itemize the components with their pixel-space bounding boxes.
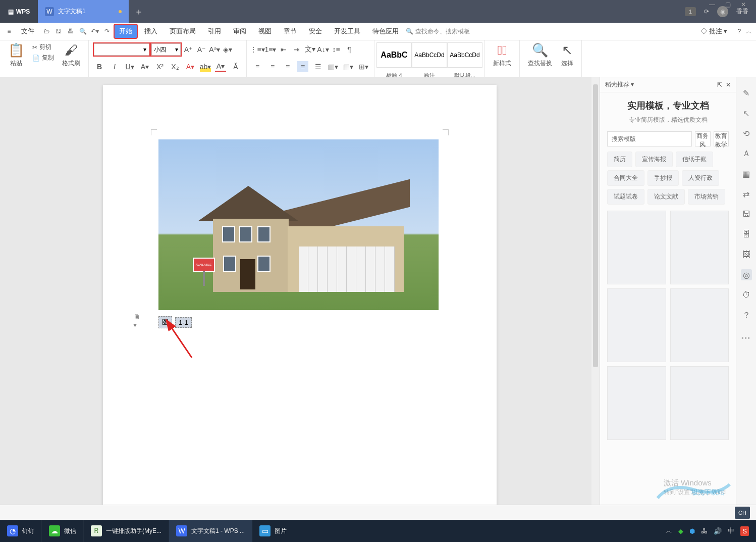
refresh-icon[interactable]: ⟲ — [741, 128, 752, 139]
select-button[interactable]: ↖选择 — [558, 42, 576, 68]
paste-button[interactable]: 📋 粘贴 — [5, 42, 27, 68]
increase-indent-icon[interactable]: ⇥ — [291, 44, 302, 55]
close-icon[interactable]: ✕ — [741, 1, 746, 12]
increase-font-icon[interactable]: A⁺ — [183, 44, 194, 55]
sort-icon[interactable]: A↓▾ — [317, 44, 329, 55]
decrease-indent-icon[interactable]: ⇤ — [278, 44, 289, 55]
tray-volume-icon[interactable]: 🔊 — [714, 527, 722, 535]
clear-format-icon[interactable]: ◈▾ — [222, 44, 233, 55]
close-panel-icon[interactable]: ✕ — [726, 81, 731, 88]
align-justify-icon[interactable]: ≡ — [297, 61, 308, 72]
print-preview-icon[interactable]: 🔍 — [78, 26, 88, 36]
grid-icon[interactable]: ▦ — [741, 168, 752, 179]
help-icon[interactable]: ？ — [741, 310, 752, 321]
image-icon[interactable]: 🖼 — [741, 249, 752, 260]
change-case-icon[interactable]: Aᵃ▾ — [209, 44, 220, 55]
scrollbar-thumb[interactable] — [593, 84, 598, 367]
template-search-input[interactable] — [607, 131, 692, 146]
tag-item[interactable]: 市场营销 — [688, 189, 725, 205]
filter-button-business[interactable]: 商务风 — [695, 131, 711, 146]
italic-icon[interactable]: I — [109, 61, 120, 72]
pencil-icon[interactable]: ✎ — [741, 87, 752, 98]
template-icon[interactable]: ◎ — [741, 269, 752, 280]
redo-icon[interactable]: ↷ — [102, 26, 112, 36]
new-tab-button[interactable]: ＋ — [129, 0, 149, 23]
style-item[interactable]: AaBbCcDd — [412, 42, 447, 68]
settings-icon[interactable]: ⇄ — [741, 188, 752, 200]
cut-button[interactable]: ✂剪切 — [30, 42, 56, 52]
tab-special[interactable]: 特色应用 — [367, 24, 404, 38]
tab-security[interactable]: 安全 — [304, 24, 327, 38]
tray-network-icon[interactable]: 🖧 — [701, 527, 708, 535]
taskbar-item-myedit[interactable]: Ｒ一键排版助手(MyE... — [84, 520, 169, 542]
maximize-icon[interactable]: ▢ — [725, 1, 731, 12]
style-item[interactable]: AaBbC — [376, 42, 412, 68]
tag-item[interactable]: 信纸手账 — [676, 152, 713, 167]
notification-badge[interactable]: 1 — [685, 7, 696, 16]
cursor-icon[interactable]: ↖ — [741, 108, 752, 119]
app-logo[interactable]: ▤ WPS — [0, 0, 38, 23]
columns-icon[interactable]: ▥▾ — [328, 61, 339, 72]
tag-item[interactable]: 简历 — [607, 152, 632, 167]
tray-sogou-icon[interactable]: S — [740, 526, 749, 536]
template-card[interactable] — [607, 288, 666, 362]
tag-item[interactable]: 试题试卷 — [607, 189, 644, 205]
clock-icon[interactable]: ⏱ — [741, 289, 752, 301]
open-icon[interactable]: 🗁 — [41, 26, 51, 36]
tag-item[interactable]: 人资行政 — [682, 170, 719, 186]
tray-up-icon[interactable]: ︿ — [666, 526, 672, 535]
tray-security-icon[interactable]: ⬢ — [689, 527, 695, 535]
format-painter-button[interactable]: 🖌 格式刷 — [59, 42, 83, 68]
tray-ime-icon[interactable]: 中 — [728, 526, 734, 535]
bold-icon[interactable]: B — [94, 61, 105, 72]
tag-item[interactable]: 手抄报 — [647, 170, 679, 186]
more-icon[interactable]: ••• — [741, 335, 751, 342]
save-icon[interactable]: 🖫 — [53, 26, 64, 36]
hamburger-icon[interactable]: ≡ — [4, 26, 14, 36]
minimize-icon[interactable]: — — [709, 1, 715, 12]
tab-home[interactable]: 开始 — [114, 24, 137, 38]
ime-indicator[interactable]: CH — [735, 507, 750, 519]
template-card[interactable] — [607, 366, 666, 440]
align-left-icon[interactable]: ≡ — [252, 61, 263, 72]
text-fx-icon[interactable]: Ａ — [741, 148, 752, 159]
borders-icon[interactable]: ⊞▾ — [358, 61, 369, 72]
tab-developer[interactable]: 开发工具 — [329, 24, 365, 38]
strikethrough-icon[interactable]: A▾ — [139, 61, 150, 72]
template-card[interactable] — [607, 211, 666, 284]
inserted-image[interactable]: AVAILABLE — [158, 139, 439, 310]
template-card[interactable] — [670, 366, 729, 440]
tag-item[interactable]: 宣传海报 — [635, 152, 673, 167]
style-item[interactable]: AaBbCcDd — [447, 42, 482, 68]
tray-cloud-icon[interactable]: ◆ — [678, 527, 683, 535]
print-icon[interactable]: 🖶 — [66, 26, 76, 36]
numbering-icon[interactable]: 1≡▾ — [265, 44, 276, 55]
caption-handle-icon[interactable]: 🗎▾ — [133, 316, 142, 325]
file-menu[interactable]: 文件 — [16, 24, 39, 38]
superscript-icon[interactable]: X² — [154, 61, 166, 72]
bullets-icon[interactable]: ⋮≡▾ — [252, 44, 263, 55]
align-center-icon[interactable]: ≡ — [267, 61, 278, 72]
tab-references[interactable]: 引用 — [203, 24, 226, 38]
underline-icon[interactable]: U▾ — [124, 61, 135, 72]
tag-item[interactable]: 论文文献 — [647, 189, 685, 205]
taskbar-item-wps[interactable]: W文字文稿1 - WPS ... — [169, 520, 252, 542]
font-size-input[interactable]: 小四▾ — [151, 43, 181, 56]
collapse-ribbon-icon[interactable]: ︿ — [746, 27, 752, 36]
pin-icon[interactable]: ⇱ — [717, 81, 722, 88]
subscript-icon[interactable]: X₂ — [170, 61, 181, 72]
vertical-scrollbar[interactable] — [591, 77, 600, 505]
help-icon[interactable]: ? — [737, 28, 741, 35]
document-tab[interactable]: W 文字文稿1 — [38, 0, 129, 23]
annotate-button[interactable]: ◇ 批注 ▾ — [695, 24, 732, 38]
decrease-font-icon[interactable]: A⁻ — [196, 44, 207, 55]
canvas[interactable]: AVAILABLE 🗎▾ 图 1-1 — [0, 77, 600, 505]
distribute-icon[interactable]: ☰ — [312, 61, 323, 72]
font-name-input[interactable]: ▾ — [94, 43, 149, 56]
template-card[interactable] — [670, 211, 729, 284]
tab-insert[interactable]: 插入 — [139, 24, 163, 38]
template-card[interactable] — [670, 288, 729, 362]
find-replace-button[interactable]: 🔍查找替换 — [525, 42, 555, 68]
shading-icon[interactable]: ▦▾ — [343, 61, 354, 72]
tag-item[interactable]: 合同大全 — [607, 170, 644, 186]
